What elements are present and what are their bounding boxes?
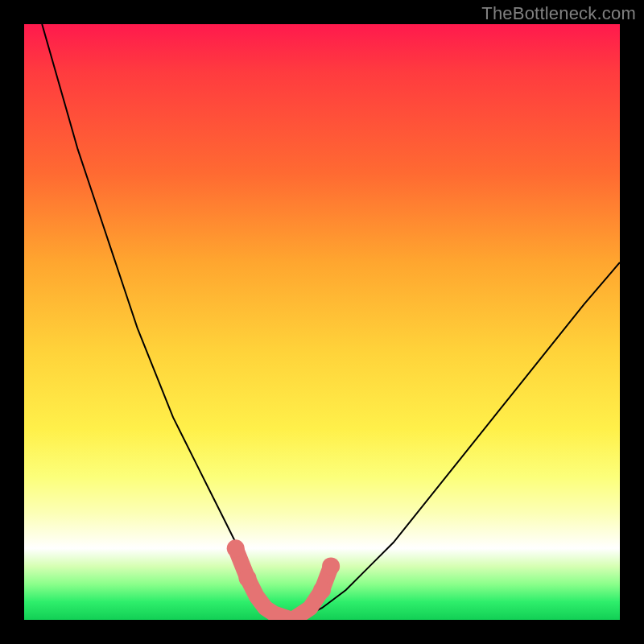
chart-svg xyxy=(24,24,620,620)
bottleneck-curve xyxy=(42,24,620,620)
frame: TheBottleneck.com xyxy=(0,0,644,644)
watermark-text: TheBottleneck.com xyxy=(481,3,636,24)
plot-area xyxy=(24,24,620,620)
overlay-dot xyxy=(322,557,340,575)
overlay-dot xyxy=(227,539,245,557)
overlay-dot xyxy=(313,581,331,599)
overlay-dot xyxy=(239,569,257,587)
